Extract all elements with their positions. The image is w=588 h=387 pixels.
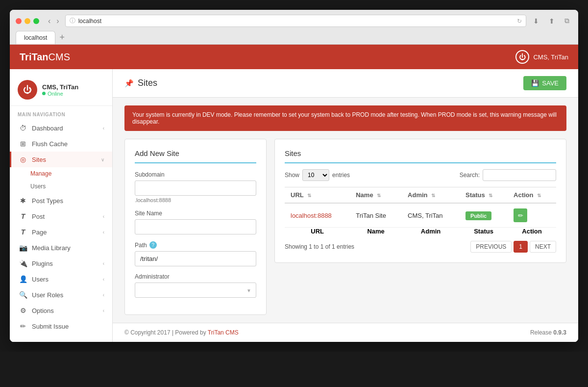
site-name-group: Site Name [135, 210, 256, 234]
sidebar-item-post-types[interactable]: ✱ Post Types [10, 193, 112, 208]
path-label: Path ? [135, 241, 256, 249]
address-bar[interactable]: ⓘ localhost ↻ [65, 15, 526, 27]
chevron-down-icon: ∨ [101, 157, 104, 162]
cell-action: ✏ [508, 203, 556, 228]
active-tab[interactable]: localhost [16, 31, 55, 44]
sort-icon: ⇅ [431, 193, 435, 198]
maximize-button[interactable] [33, 18, 39, 24]
share-button[interactable]: ⬆ [546, 16, 558, 26]
footer-release: Release 0.9.3 [530, 329, 566, 336]
minimize-button[interactable] [24, 18, 30, 24]
col-admin[interactable]: Admin ⇅ [402, 187, 460, 204]
showing-text: Showing 1 to 1 of 1 entries [285, 243, 354, 250]
save-button[interactable]: 💾 SAVE [523, 76, 566, 90]
chevron-icon: ‹ [103, 277, 104, 282]
sidebar-item-plugins[interactable]: 🔌 Plugins ‹ [10, 256, 112, 271]
foot-col-url: URL [285, 228, 350, 235]
main-content: 📌 Sites 💾 SAVE Your system is currently … [113, 69, 578, 342]
two-col-layout: Add New Site Subdomain .localhost:8888 S… [124, 139, 566, 315]
subdomain-input[interactable] [135, 181, 256, 196]
back-button[interactable]: ‹ [46, 16, 52, 26]
col-action[interactable]: Action ⇅ [508, 187, 556, 204]
sidebar-item-users[interactable]: 👤 Users ‹ [10, 271, 112, 287]
administrator-select[interactable] [135, 283, 256, 298]
sites-panel-title: Sites [285, 149, 556, 163]
sidebar-item-post[interactable]: T Post ‹ [10, 208, 112, 224]
pin-icon: 📌 [124, 79, 134, 88]
subdomain-label: Subdomain [135, 171, 256, 178]
copyright-text: © Copyright 2017 | Powered by [124, 329, 208, 336]
pagination: PREVIOUS 1 NEXT [470, 241, 556, 253]
sidebar-item-label: Manage [30, 170, 51, 177]
sidebar-item-media-library[interactable]: 📷 Media Library [10, 240, 112, 256]
sidebar-item-label: Media Library [32, 244, 71, 252]
chevron-icon: ‹ [103, 230, 104, 235]
page-1-button[interactable]: 1 [514, 241, 528, 253]
col-name[interactable]: Name ⇅ [350, 187, 402, 204]
user-info[interactable]: ⏻ CMS, TriTan [515, 50, 568, 64]
dev-mode-alert: Your system is currently in DEV mode. Pl… [124, 105, 566, 131]
forward-button[interactable]: › [54, 16, 61, 26]
options-icon: ⚙ [19, 307, 27, 314]
table-footer: Showing 1 to 1 of 1 entries PREVIOUS 1 N… [285, 241, 556, 253]
show-entries: Show 10 25 50 100 entries [285, 169, 350, 181]
chevron-icon: ‹ [103, 214, 104, 219]
new-tab-button[interactable]: + [59, 32, 65, 43]
close-button[interactable] [16, 18, 22, 24]
table-row: localhost:8888 TriTan Site CMS, TriTan P… [285, 203, 556, 228]
page-title: 📌 Sites [124, 78, 157, 88]
next-button[interactable]: NEXT [530, 241, 556, 253]
entries-label: entries [332, 172, 350, 179]
site-name-input[interactable] [135, 219, 256, 234]
plugins-icon: 🔌 [19, 259, 27, 267]
sidebar-item-user-roles[interactable]: 🔍 User Roles ‹ [10, 287, 112, 303]
new-tab-toggle[interactable]: ⧉ [562, 16, 572, 26]
entries-select[interactable]: 10 25 50 100 [302, 169, 329, 181]
col-status[interactable]: Status ⇅ [460, 187, 508, 204]
refresh-icon[interactable]: ↻ [517, 18, 522, 25]
dashboard-icon: ⏱ [19, 124, 27, 132]
prev-button[interactable]: PREVIOUS [470, 241, 512, 253]
user-roles-icon: 🔍 [19, 291, 27, 299]
download-button[interactable]: ⬇ [530, 16, 542, 26]
page-title-text: Sites [138, 78, 157, 88]
path-input[interactable] [135, 251, 256, 266]
path-group: Path ? [135, 241, 256, 266]
sidebar-item-label: User Roles [32, 291, 63, 299]
sidebar: ⏻ CMS, TriTan Online MAIN NAVIGATION ⏱ D… [10, 69, 113, 342]
sort-icon: ⇅ [307, 193, 311, 198]
tab-label: localhost [24, 34, 47, 41]
sites-table: URL ⇅ Name ⇅ Admin ⇅ Status ⇅ Action ⇅ [285, 187, 556, 235]
save-icon: 💾 [531, 79, 539, 87]
sidebar-item-page[interactable]: T Page ‹ [10, 224, 112, 240]
sidebar-item-flush-cache[interactable]: ⊞ Flush Cache [10, 136, 112, 152]
sidebar-item-users-sub[interactable]: Users [10, 180, 112, 193]
footer-cms-link[interactable]: TriTan CMS [208, 329, 239, 336]
topbar: TriTanCMS ⏻ CMS, TriTan [10, 45, 578, 69]
logo: TriTanCMS [20, 52, 70, 63]
save-label: SAVE [542, 79, 559, 87]
nav-section-label: MAIN NAVIGATION [10, 106, 112, 120]
table-footer-row: URL Name Admin Status Action [285, 228, 556, 235]
sidebar-item-label: Options [32, 307, 54, 314]
info-icon: ⓘ [70, 17, 75, 25]
main-header: 📌 Sites 💾 SAVE [113, 69, 578, 98]
url-link[interactable]: localhost:8888 [291, 212, 332, 219]
page-icon: T [19, 228, 27, 236]
footer-copyright: © Copyright 2017 | Powered by TriTan CMS [124, 329, 239, 336]
sidebar-item-manage[interactable]: Manage [10, 167, 112, 180]
administrator-group: Administrator ▼ [135, 273, 256, 298]
chevron-icon: ‹ [103, 292, 104, 298]
sidebar-item-label: Dashboard [32, 125, 63, 132]
edit-button[interactable]: ✏ [514, 208, 527, 222]
col-url[interactable]: URL ⇅ [285, 187, 350, 204]
sidebar-item-options[interactable]: ⚙ Options ‹ [10, 303, 112, 318]
sidebar-item-submit-issue[interactable]: ✏ Submit Issue [10, 318, 112, 334]
site-name-label: Site Name [135, 210, 256, 217]
foot-col-name: Name [350, 228, 402, 235]
show-label: Show [285, 172, 299, 179]
sidebar-item-dashboard[interactable]: ⏱ Dashboard ‹ [10, 120, 112, 136]
sidebar-item-sites[interactable]: ◎ Sites ∨ [10, 152, 112, 167]
sidebar-item-label: Post [32, 213, 45, 220]
search-input[interactable] [483, 169, 556, 181]
